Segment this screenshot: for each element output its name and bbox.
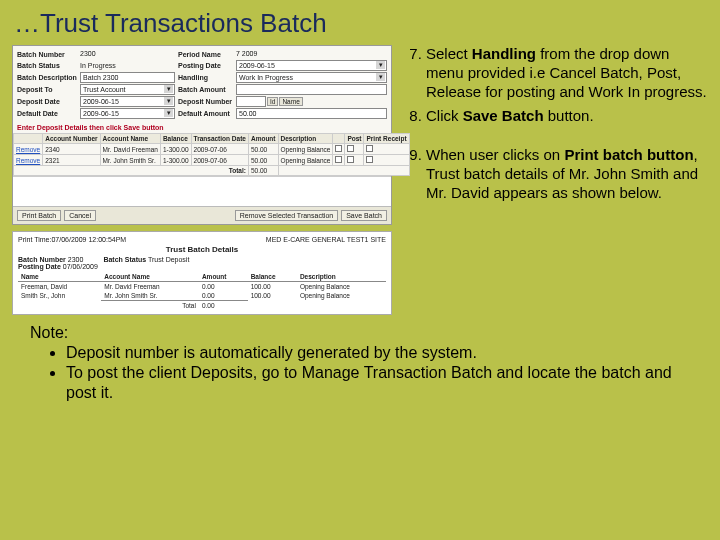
row-checkbox[interactable]	[335, 145, 342, 152]
note-bullet-2: To post the client Deposits, go to Manag…	[66, 363, 690, 403]
instructions-column: Select Handling from the drop down menu …	[400, 45, 708, 315]
print-detail-panel: Print Time:07/06/2009 12:00:54PM MED E-C…	[12, 231, 392, 315]
find-id-button[interactable]: Id	[267, 97, 278, 106]
deposit-number-label: Deposit Number	[178, 98, 233, 105]
default-date-label: Default Date	[17, 110, 77, 117]
instruction-redline: Enter Deposit Details then click Save bu…	[13, 122, 391, 133]
detail-total-row: Total 0.00	[18, 301, 386, 311]
cancel-button[interactable]: Cancel	[64, 210, 96, 221]
default-amount-label: Default Amount	[178, 110, 233, 117]
steps-list: Select Handling from the drop down menu …	[400, 45, 708, 126]
batch-amount-label: Batch Amount	[178, 86, 233, 93]
detail-header: Trust Batch Details	[18, 245, 386, 254]
print-checkbox[interactable]	[366, 156, 373, 163]
print-checkbox[interactable]	[366, 145, 373, 152]
deposit-to-label: Deposit To	[17, 86, 77, 93]
step-7: Select Handling from the drop down menu …	[426, 45, 708, 101]
remove-link[interactable]: Remove	[16, 157, 40, 164]
posting-date-label: Posting Date	[178, 62, 233, 69]
table-row: Remove 2321 Mr. John Smith Sr. 1-300.00 …	[14, 155, 410, 166]
site-name: MED E-CARE GENERAL TEST1 SITE	[266, 236, 386, 243]
batch-number-label: Batch Number	[17, 51, 77, 58]
step-9: When user clicks on Print batch button, …	[426, 146, 708, 202]
table-row: Remove 2340 Mr. David Freeman 1-300.00 2…	[14, 144, 410, 155]
slide-title: …Trust Transactions Batch	[0, 0, 720, 45]
find-name-button[interactable]: Name	[279, 97, 302, 106]
print-time: Print Time:07/06/2009 12:00:54PM	[18, 236, 126, 243]
button-row: Print Batch Cancel Remove Selected Trans…	[13, 206, 391, 224]
handling-select[interactable]: Work In Progress	[236, 72, 387, 83]
remove-selected-button[interactable]: Remove Selected Transaction	[235, 210, 338, 221]
period-name-value: 7 2009	[236, 49, 387, 59]
handling-label: Handling	[178, 74, 233, 81]
save-batch-button[interactable]: Save Batch	[341, 210, 387, 221]
deposit-date-label: Deposit Date	[17, 98, 77, 105]
total-row: Total: 50.00	[14, 166, 410, 176]
table-header-row: Account Number Account Name Balance Tran…	[14, 134, 410, 144]
screenshot-column: Batch Number 2300 Period Name 7 2009 Bat…	[12, 45, 392, 315]
remove-link[interactable]: Remove	[16, 146, 40, 153]
note-bullet-1: Deposit number is automatically generate…	[66, 343, 690, 363]
deposit-to-select[interactable]: Trust Account	[80, 84, 175, 95]
steps-list-2: When user clicks on Print batch button, …	[400, 146, 708, 202]
batch-number-value: 2300	[80, 49, 175, 59]
post-checkbox[interactable]	[347, 145, 354, 152]
detail-row: Freeman, DavidMr. David Freeman 0.00100.…	[18, 282, 386, 292]
step-8: Click Save Batch button.	[426, 107, 708, 126]
note-block: Note: Deposit number is automatically ge…	[0, 315, 720, 403]
period-name-label: Period Name	[178, 51, 233, 58]
deposit-date-select[interactable]: 2009-06-15	[80, 96, 175, 107]
posting-date-select[interactable]: 2009-06-15	[236, 60, 387, 71]
default-date-select[interactable]: 2009-06-15	[80, 108, 175, 119]
batch-status-value: In Progress	[80, 61, 175, 71]
deposit-number-row: Id Name	[236, 96, 387, 107]
batch-amount-input[interactable]	[236, 84, 387, 95]
batch-desc-label: Batch Description	[17, 74, 77, 81]
print-batch-button[interactable]: Print Batch	[17, 210, 61, 221]
batch-desc-input[interactable]: Batch 2300	[80, 72, 175, 83]
row-checkbox[interactable]	[335, 156, 342, 163]
deposit-table: Account Number Account Name Balance Tran…	[13, 133, 410, 176]
batch-form-panel: Batch Number 2300 Period Name 7 2009 Bat…	[12, 45, 392, 225]
post-checkbox[interactable]	[347, 156, 354, 163]
note-label: Note:	[30, 323, 690, 343]
detail-table: Name Account Name Amount Balance Descrip…	[18, 272, 386, 310]
default-amount-input[interactable]: 50.00	[236, 108, 387, 119]
detail-row: Smith Sr., JohnMr. John Smith Sr. 0.0010…	[18, 291, 386, 301]
batch-status-label: Batch Status	[17, 62, 77, 69]
deposit-number-input[interactable]	[236, 96, 266, 107]
